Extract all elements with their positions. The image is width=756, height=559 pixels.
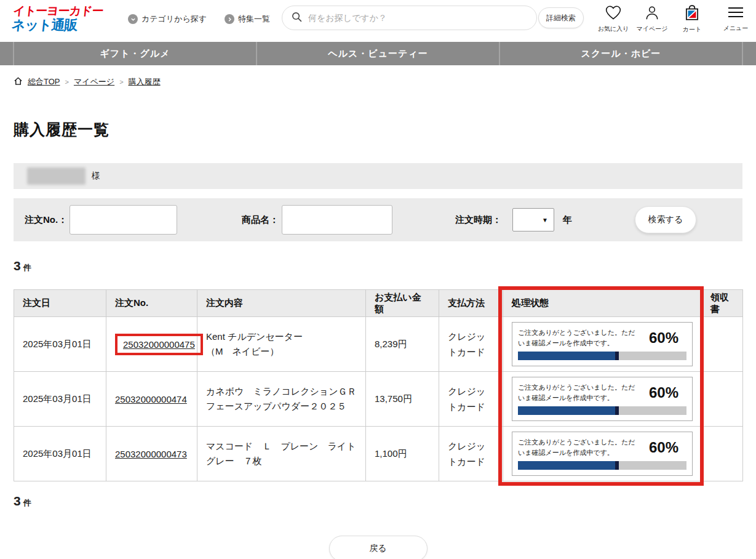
logo-line-2: ネット通販 [11, 18, 103, 33]
category-bar-edge-left [0, 42, 13, 65]
order-year-select[interactable]: ▼ [512, 208, 554, 231]
customer-name-band: 様 [14, 163, 742, 189]
breadcrumb-link-top[interactable]: 総合TOP [28, 76, 60, 87]
year-suffix-label: 年 [563, 214, 572, 226]
payment-amount-cell: 13,750円 [366, 372, 439, 427]
orders-column-header: 注文No. [106, 290, 197, 317]
logo-line-1: イトーヨーカドー [12, 5, 103, 18]
category-tab-health-beauty[interactable]: ヘルス・ビューティー [257, 42, 499, 65]
order-description-cell: Kent チルデンセーター （M ネイビー） [197, 317, 366, 372]
site-logo[interactable]: イトーヨーカドー ネット通販 [11, 5, 104, 33]
search-icon [291, 11, 303, 25]
status-message: ご注文ありがとうございました。ただいま確認メールを作成中です。 [518, 328, 641, 348]
order-period-filter-label: 注文時期： [455, 214, 501, 226]
status-widget: ご注文ありがとうございました。ただいま確認メールを作成中です。60% [512, 432, 693, 476]
cart-bag-icon [683, 5, 701, 23]
order-description-cell: カネボウ ミラノコレクションＧＲ フェースアップパウダー２０２５ [197, 372, 366, 427]
category-bar-edge-right [743, 42, 756, 65]
result-count-bottom: 3 件 [14, 494, 756, 509]
result-count-top: 3 件 [14, 259, 756, 273]
status-message: ご注文ありがとうございました。ただいま確認メールを作成中です。 [518, 437, 641, 457]
chevron-right-icon [225, 14, 234, 24]
chevron-down-icon [128, 14, 138, 24]
order-description-cell: マスコード Ｌ プレーン ライトグレー ７枚 [197, 427, 366, 481]
back-button-area: 戻る [0, 536, 756, 559]
customer-suffix: 様 [92, 171, 100, 182]
cart-label: カート [683, 25, 701, 34]
category-tab-gift-gourmet[interactable]: ギフト・グルメ [14, 42, 256, 65]
orders-table-header-row: 注文日注文No.注文内容お支払い金額支払方法処理状態領収書 [14, 290, 743, 317]
mypage-label: マイページ [637, 25, 668, 33]
breadcrumb-link-history[interactable]: 購入履歴 [129, 76, 161, 87]
progress-bar-fill [518, 352, 619, 360]
payment-method-cell: クレジットカード [439, 317, 503, 372]
order-no-cell: 25032000000474 [106, 372, 197, 427]
progress-percentage: 60% [641, 384, 686, 401]
result-count-unit: 件 [23, 262, 31, 273]
receipt-cell [702, 317, 743, 372]
payment-method-cell: クレジットカード [439, 372, 503, 427]
favorites-label: お気に入り [598, 25, 629, 33]
receipt-cell [702, 372, 743, 427]
orders-table: 注文日注文No.注文内容お支払い金額支払方法処理状態領収書 2025年03月01… [14, 289, 743, 481]
payment-amount-cell: 8,239円 [366, 317, 439, 372]
detail-search-button[interactable]: 詳細検索 [538, 7, 584, 28]
orders-column-header: 支払方法 [439, 290, 503, 317]
order-no-highlight-box: 25032000000475 [115, 334, 203, 355]
cart-button[interactable]: カート [674, 5, 710, 34]
order-no-filter-input[interactable] [70, 205, 177, 235]
order-row: 2025年03月01日25032000000474カネボウ ミラノコレクションＧ… [14, 372, 743, 427]
progress-percentage: 60% [641, 329, 686, 347]
order-row: 2025年03月01日25032000000475Kent チルデンセーター （… [14, 317, 743, 372]
nav-feature-label: 特集一覧 [238, 14, 270, 25]
orders-column-header: 領収書 [702, 290, 743, 317]
processing-status-cell: ご注文ありがとうございました。ただいま確認メールを作成中です。60% [503, 317, 702, 372]
orders-column-header: 処理状態 [503, 290, 702, 317]
result-count-number: 3 [14, 494, 21, 509]
breadcrumb-separator: > [119, 78, 123, 86]
back-button[interactable]: 戻る [329, 536, 428, 559]
nav-category-search[interactable]: カテゴリから探す [128, 14, 207, 25]
progress-bar-track [518, 461, 686, 470]
site-header: イトーヨーカドー ネット通販 カテゴリから探す 特集一覧 詳細検索 お気に入り … [0, 0, 756, 42]
order-date-cell: 2025年03月01日 [14, 427, 106, 481]
breadcrumb-separator: > [65, 78, 69, 86]
home-icon[interactable] [14, 76, 23, 87]
mypage-button[interactable]: マイページ [634, 5, 670, 33]
search-filter-band: 注文No.： 商品名： 注文時期： ▼ 年 検索する [14, 198, 742, 241]
status-widget: ご注文ありがとうございました。ただいま確認メールを作成中です。60% [512, 322, 693, 366]
order-no-link[interactable]: 25032000000474 [115, 394, 187, 404]
orders-table-wrap: 注文日注文No.注文内容お支払い金額支払方法処理状態領収書 2025年03月01… [14, 289, 742, 481]
favorites-button[interactable]: お気に入り [595, 5, 632, 33]
search-input[interactable] [308, 13, 528, 23]
select-dropdown-arrow-icon: ▼ [542, 217, 548, 223]
nav-feature-list[interactable]: 特集一覧 [225, 14, 270, 25]
redacted-customer-name [27, 167, 86, 185]
orders-column-header: お支払い金額 [366, 290, 439, 317]
search-box [282, 6, 537, 30]
processing-status-cell: ご注文ありがとうございました。ただいま確認メールを作成中です。60% [503, 427, 702, 481]
result-count-number: 3 [14, 259, 21, 273]
progress-percentage: 60% [641, 439, 686, 456]
order-row: 2025年03月01日25032000000473マスコード Ｌ プレーン ライ… [14, 427, 743, 481]
order-no-link[interactable]: 25032000000475 [123, 339, 195, 350]
order-no-link[interactable]: 25032000000473 [115, 449, 187, 459]
progress-bar-track [518, 352, 686, 360]
payment-method-cell: クレジットカード [439, 427, 503, 481]
order-date-cell: 2025年03月01日 [14, 317, 106, 372]
category-bar: ギフト・グルメ ヘルス・ビューティー スクール・ホビー [0, 42, 756, 65]
search-submit-button[interactable]: 検索する [635, 206, 696, 233]
heart-icon [605, 5, 622, 23]
nav-category-label: カテゴリから探す [141, 14, 207, 25]
progress-bar-track [518, 406, 686, 415]
menu-button[interactable]: メニュー [717, 5, 754, 33]
progress-bar-fill [518, 461, 619, 470]
category-tab-school-hobby[interactable]: スクール・ホビー [500, 42, 742, 65]
orders-column-header: 注文日 [14, 290, 106, 317]
breadcrumb-link-mypage[interactable]: マイページ [74, 76, 114, 87]
person-icon [644, 5, 660, 23]
product-name-filter-label: 商品名： [242, 214, 279, 226]
page-title: 購入履歴一覧 [14, 119, 756, 140]
order-date-cell: 2025年03月01日 [14, 372, 106, 427]
product-name-filter-input[interactable] [282, 205, 392, 235]
